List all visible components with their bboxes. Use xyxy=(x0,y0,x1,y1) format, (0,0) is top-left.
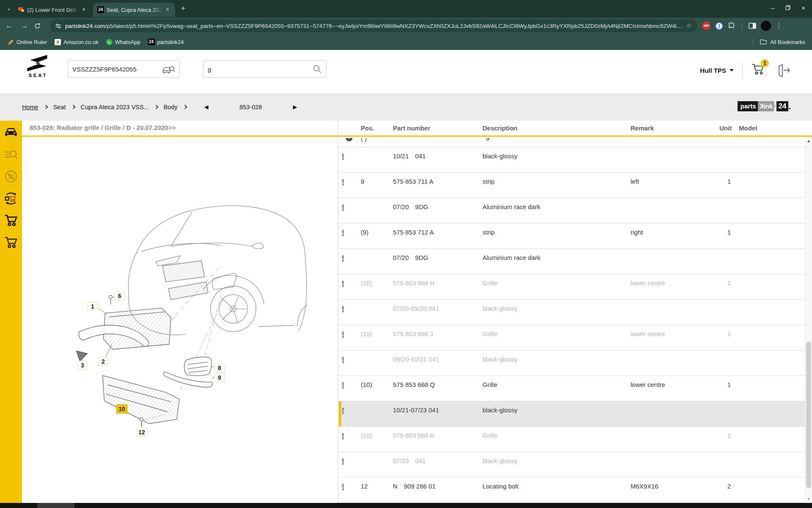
prev-section-button[interactable]: ◀ xyxy=(200,104,213,110)
info-icon[interactable]: i xyxy=(342,382,344,389)
bookmark-online-ruler[interactable]: Online Ruler xyxy=(8,39,47,45)
forward-button[interactable]: → xyxy=(19,22,30,30)
table-row[interactable]: i (10) 575 853 668 Q Grille lower centre… xyxy=(339,376,805,401)
reload-button[interactable] xyxy=(34,22,46,30)
address-bar[interactable]: partslink24.com/p5/latest/p5.html#%2Fp5v… xyxy=(50,19,697,32)
info-icon[interactable]: i xyxy=(342,255,344,262)
site-header: SEAT Hull TPS 1 xyxy=(0,50,812,93)
window-controls: – × xyxy=(771,0,809,15)
extensions-puzzle-icon[interactable] xyxy=(728,22,735,30)
seat-logo[interactable]: SEAT xyxy=(25,54,52,78)
close-window-button[interactable]: × xyxy=(801,4,805,11)
info-icon[interactable]: i xyxy=(342,154,344,160)
breadcrumb-home-link[interactable]: Home xyxy=(22,104,38,110)
diagram-label-10[interactable]: 10 xyxy=(116,405,127,414)
side-panel-icon[interactable] xyxy=(749,22,756,29)
diagram-label-6[interactable]: 6 xyxy=(115,292,125,301)
breadcrumb-item-seat[interactable]: Seat xyxy=(53,104,66,110)
diagram-label-2[interactable]: 2 xyxy=(98,357,108,366)
table-row-partial[interactable]: i ( ) g xyxy=(339,138,805,147)
info-icon[interactable]: i xyxy=(342,408,344,414)
sidebar-cart-saved-icon[interactable] xyxy=(3,213,19,228)
parts-search-input[interactable] xyxy=(208,66,313,73)
table-row[interactable]: i 07/20-09/20 041 black-glossy xyxy=(339,300,805,325)
diagram-label-12[interactable]: 12 xyxy=(136,428,147,437)
search-icon[interactable] xyxy=(313,64,322,74)
ruler-icon xyxy=(8,39,14,45)
onepassword-icon[interactable]: 1 xyxy=(715,22,723,30)
minimize-button[interactable]: – xyxy=(771,4,774,11)
vin-car-search-icon[interactable] xyxy=(162,64,175,74)
parts-search-field[interactable] xyxy=(203,60,326,78)
adblock-icon[interactable]: ABP xyxy=(702,22,710,30)
scroll-down-arrow[interactable]: ▼ xyxy=(805,497,812,501)
info-icon[interactable]: i xyxy=(342,281,344,287)
exploded-diagram[interactable]: 6123891012 xyxy=(22,138,338,503)
bookmark-partslink24[interactable]: 24 partslink24 xyxy=(148,39,184,45)
next-section-button[interactable]: ▶ xyxy=(289,104,302,110)
all-bookmarks-button[interactable]: All Bookmarks xyxy=(770,39,805,45)
browser-menu-icon[interactable]: ⋮ xyxy=(776,22,780,30)
section-pager: ◀ 853-028 ▶ xyxy=(200,104,302,110)
sidebar-search-list-icon[interactable] xyxy=(3,147,19,162)
breadcrumb-item-body[interactable]: Body xyxy=(164,104,178,110)
info-icon[interactable]: i xyxy=(342,357,344,363)
info-icon[interactable]: i xyxy=(342,306,344,312)
bookmark-whatsapp[interactable]: WhatsApp xyxy=(106,39,140,45)
info-icon[interactable]: i xyxy=(342,331,344,338)
scroll-up-arrow[interactable]: ▲ xyxy=(805,138,812,143)
bookmark-star-icon[interactable]: ☆ xyxy=(686,22,692,30)
partslink24-logo: partslink®24. xyxy=(738,101,791,112)
cell-pos xyxy=(357,457,393,477)
new-tab-button[interactable]: + xyxy=(181,4,186,13)
sidebar-vehicle-icon[interactable] xyxy=(3,125,19,140)
table-row[interactable]: i 07/209DG Aluminium race dark xyxy=(339,198,805,224)
cell-pos xyxy=(357,406,393,426)
table-scrollbar[interactable]: ▲ ▼ xyxy=(805,137,812,503)
table-row[interactable]: i 10/21041 black-glossy xyxy=(339,147,805,173)
bookmark-amazon[interactable]: a Amazon.co.uk xyxy=(55,39,98,45)
info-icon[interactable]: i xyxy=(342,179,344,185)
table-row[interactable]: i 9 575 853 711 A strip left 1 xyxy=(339,173,805,198)
vin-input[interactable] xyxy=(72,66,162,73)
tab-search-button[interactable]: ⌄ xyxy=(3,3,14,14)
dealer-dropdown[interactable]: Hull TPS xyxy=(700,67,734,74)
diagram-label-9[interactable]: 9 xyxy=(214,373,225,382)
cart-button[interactable]: 1 xyxy=(751,63,768,78)
info-icon[interactable]: i xyxy=(342,230,344,236)
table-row[interactable]: i (10) 575 853 668 J Grille lower centre… xyxy=(339,325,805,351)
diagram-label-3[interactable]: 3 xyxy=(77,361,88,370)
table-row[interactable]: i 07/23041 black-glossy xyxy=(339,452,805,478)
cell-part-number: 575 853 668 H xyxy=(393,279,483,299)
browser-tab-2-active[interactable]: 24 Seat, Cupra Ateca 2023 VSSZZZ × xyxy=(93,3,175,17)
back-button[interactable]: ← xyxy=(3,22,15,30)
tab-close-icon[interactable]: × xyxy=(164,6,171,13)
table-row[interactable]: i (10) 575 853 668 H Grille lower centre… xyxy=(339,274,805,300)
info-icon[interactable]: i xyxy=(346,138,353,141)
table-row[interactable]: i 09/20-10/21 041 black-glossy xyxy=(339,351,805,376)
diagram-label-8[interactable]: 8 xyxy=(214,364,225,373)
tab-close-icon[interactable]: × xyxy=(80,6,87,13)
browser-tab-1[interactable]: (2) Lower Front Grille replaceme × xyxy=(14,3,91,17)
info-icon[interactable]: i xyxy=(342,458,344,465)
sidebar-offers-percent-icon[interactable] xyxy=(3,169,19,184)
table-row[interactable]: i 12 N909 286 01 Locating bolt M6X9X16 2 xyxy=(339,478,805,503)
sidebar-cart-icon[interactable] xyxy=(3,235,19,250)
vin-search-field[interactable] xyxy=(68,60,180,78)
info-icon[interactable]: i xyxy=(342,204,344,211)
diagram-label-1[interactable]: 1 xyxy=(88,302,98,311)
table-row[interactable]: i 07/209DG Aluminium race dark xyxy=(339,249,805,274)
profile-avatar[interactable] xyxy=(761,21,771,31)
sidebar-cart-transfer-icon[interactable] xyxy=(3,191,19,206)
cell-remark xyxy=(631,432,719,452)
logout-button[interactable] xyxy=(776,64,791,77)
table-row[interactable]: i (9) 575 853 712 A strip right 1 xyxy=(339,224,805,249)
table-row[interactable]: i (10) 575 853 668 R Grille 1 xyxy=(339,427,805,452)
breadcrumb-item-model[interactable]: Cupra Ateca 2023 VSS... xyxy=(81,104,149,110)
scrollbar-thumb[interactable] xyxy=(806,342,811,488)
table-row[interactable]: i 10/21-07/23 041 black-glossy xyxy=(339,401,805,427)
info-icon[interactable]: i xyxy=(342,484,344,490)
restore-button[interactable] xyxy=(785,5,790,10)
site-info-icon[interactable] xyxy=(55,23,61,29)
info-icon[interactable]: i xyxy=(342,433,344,439)
